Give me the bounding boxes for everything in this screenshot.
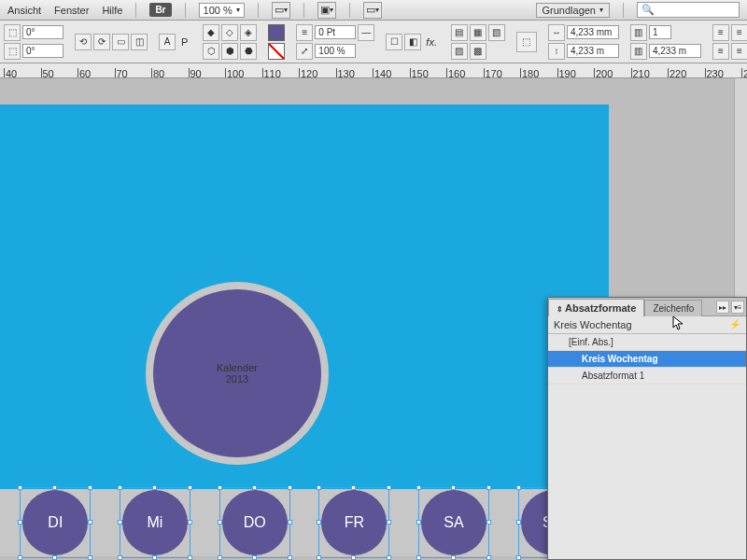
pathfinder-1[interactable]: ◆ xyxy=(203,24,219,41)
ruler-tick: 100 xyxy=(225,68,244,77)
panel-current-style: Kreis Wochentag ⚡ xyxy=(548,316,746,334)
stroke-weight-icon: ≡ xyxy=(296,24,313,41)
text-wrap-3[interactable]: ▧ xyxy=(488,24,505,41)
ruler-tick: 70 xyxy=(115,68,128,77)
ruler-tick: 50 xyxy=(41,68,54,77)
pathfinder-5[interactable]: ⬢ xyxy=(221,43,238,60)
horizontal-ruler[interactable]: 4050607080901001101201301401501601701801… xyxy=(0,63,747,78)
style-item[interactable]: Kreis Wochentag xyxy=(548,351,746,368)
stroke-swatch[interactable] xyxy=(268,43,285,60)
search-input[interactable]: 🔍 xyxy=(637,2,740,18)
ruler-tick: 220 xyxy=(668,68,686,77)
separator xyxy=(303,3,304,18)
tab-zeichenformate[interactable]: Zeichenfo xyxy=(644,300,702,316)
title-circle[interactable]: Kalender 2013 xyxy=(153,289,321,457)
ruler-tick: 210 xyxy=(631,68,650,77)
ruler-tick: 200 xyxy=(594,68,613,77)
cell-w-field[interactable]: 4,233 mm xyxy=(567,25,619,39)
drop-shadow-button[interactable]: ◧ xyxy=(404,34,421,50)
ruler-tick: 90 xyxy=(189,68,202,77)
cell-h-icon: ↕ xyxy=(548,43,565,60)
day-circle-mi[interactable]: Mi xyxy=(122,490,188,555)
panel-tabs: ⇕Absatzformate Zeichenfo ▸▸▾≡ xyxy=(548,298,746,316)
menu-bar: Ansicht Fenster Hilfe Br 100 %▾ ▭▾ ▣▾ ▭▾… xyxy=(0,0,747,21)
shear-x-icon[interactable]: ⬚ xyxy=(4,24,21,41)
separator xyxy=(258,3,259,18)
ruler-tick: 190 xyxy=(557,68,576,77)
stroke-style-button[interactable]: — xyxy=(358,24,374,41)
tab-absatzformate[interactable]: ⇕Absatzformate xyxy=(548,299,644,316)
day-circle-sa[interactable]: SA xyxy=(421,490,486,555)
ruler-tick: 240 xyxy=(741,68,747,77)
align-3[interactable]: ≡ xyxy=(712,43,729,60)
corner-options-button[interactable]: ⬚ xyxy=(516,32,537,52)
panel-menu-button[interactable]: ▾≡ xyxy=(731,301,744,314)
gutter-icon: ▥ xyxy=(630,43,647,60)
menu-fenster[interactable]: Fenster xyxy=(54,5,89,16)
collapse-icon: ⇕ xyxy=(557,305,563,314)
quick-apply-icon[interactable]: ⚡ xyxy=(729,319,740,330)
fill-swatch[interactable] xyxy=(268,24,285,41)
align-2[interactable]: ≡ xyxy=(731,24,747,41)
fx-button[interactable]: fx. xyxy=(423,36,440,48)
select-content-button[interactable]: ◫ xyxy=(131,34,148,50)
scale-field[interactable]: 100 % xyxy=(315,44,356,58)
separator xyxy=(349,3,350,18)
day-circle-di[interactable]: DI xyxy=(22,490,88,555)
paragraph-format-button[interactable]: P xyxy=(177,36,191,48)
text-wrap-5[interactable]: ▩ xyxy=(470,43,486,60)
ruler-tick: 80 xyxy=(151,68,164,77)
pathfinder-6[interactable]: ⬣ xyxy=(240,43,257,60)
day-circle-do[interactable]: DO xyxy=(222,490,288,555)
flip-v-button[interactable]: ⟳ xyxy=(93,34,110,50)
style-item[interactable]: [Einf. Abs.] xyxy=(548,334,746,351)
ruler-tick: 140 xyxy=(373,68,391,77)
ruler-tick: 180 xyxy=(520,68,539,77)
days-row: DIMiDOFRSASO xyxy=(0,489,609,556)
ruler-tick: 60 xyxy=(78,68,91,77)
chevron-down-icon: ▾ xyxy=(236,6,240,14)
view-options-button[interactable]: ▭▾ xyxy=(272,2,290,19)
shear-y-field[interactable]: 0° xyxy=(22,44,63,58)
ruler-tick: 120 xyxy=(299,68,317,77)
scale-icon: ⤢ xyxy=(296,43,313,60)
menu-hilfe[interactable]: Hilfe xyxy=(102,5,122,16)
day-circle-fr[interactable]: FR xyxy=(321,490,387,555)
workspace-select[interactable]: Grundlagen▾ xyxy=(536,3,611,18)
stroke-weight-field[interactable]: 0 Pt xyxy=(315,25,356,39)
pathfinder-3[interactable]: ◈ xyxy=(240,24,257,41)
effects-button[interactable]: ☐ xyxy=(386,34,402,50)
shear-x-field[interactable]: 0° xyxy=(22,25,63,39)
align-4[interactable]: ≡ xyxy=(731,43,747,60)
gutter-field[interactable]: 4,233 m xyxy=(649,44,701,58)
search-icon: 🔍 xyxy=(641,4,655,16)
text-wrap-2[interactable]: ▦ xyxy=(470,24,486,41)
pathfinder-4[interactable]: ⬡ xyxy=(203,43,219,60)
menu-ansicht[interactable]: Ansicht xyxy=(7,5,41,16)
separator xyxy=(185,3,186,18)
text-wrap-1[interactable]: ▤ xyxy=(451,24,468,41)
control-bar: ⬚0° ⬚0° ⟲ ⟳ ▭ ◫ A P ◆◇◈ ⬡⬢⬣ ≡0 Pt— ⤢100 … xyxy=(0,21,747,63)
ruler-tick: 170 xyxy=(484,68,502,77)
arrange-button[interactable]: ▭▾ xyxy=(363,2,382,19)
cell-h-field[interactable]: 4,233 m xyxy=(567,44,619,58)
shear-y-icon[interactable]: ⬚ xyxy=(4,43,21,60)
ruler-tick: 160 xyxy=(446,68,465,77)
screen-mode-button[interactable]: ▣▾ xyxy=(317,2,336,19)
ruler-tick: 40 xyxy=(4,68,17,77)
flip-h-button[interactable]: ⟲ xyxy=(75,34,92,50)
align-1[interactable]: ≡ xyxy=(712,24,729,41)
cols-field[interactable]: 1 xyxy=(649,25,671,39)
panel-collapse-button[interactable]: ▸▸ xyxy=(716,301,729,314)
bridge-button[interactable]: Br xyxy=(149,3,171,17)
zoom-select[interactable]: 100 %▾ xyxy=(199,3,245,18)
text-wrap-4[interactable]: ▨ xyxy=(451,43,468,60)
char-format-button[interactable]: A xyxy=(159,34,176,50)
select-container-button[interactable]: ▭ xyxy=(112,34,129,50)
title-line2: 2013 xyxy=(226,373,248,385)
style-item[interactable]: Absatzformat 1 xyxy=(548,368,746,385)
separator xyxy=(623,3,624,18)
cell-w-icon: ↔ xyxy=(548,24,565,41)
panel-style-list[interactable]: [Einf. Abs.]Kreis WochentagAbsatzformat … xyxy=(548,334,746,539)
pathfinder-2[interactable]: ◇ xyxy=(221,24,238,41)
